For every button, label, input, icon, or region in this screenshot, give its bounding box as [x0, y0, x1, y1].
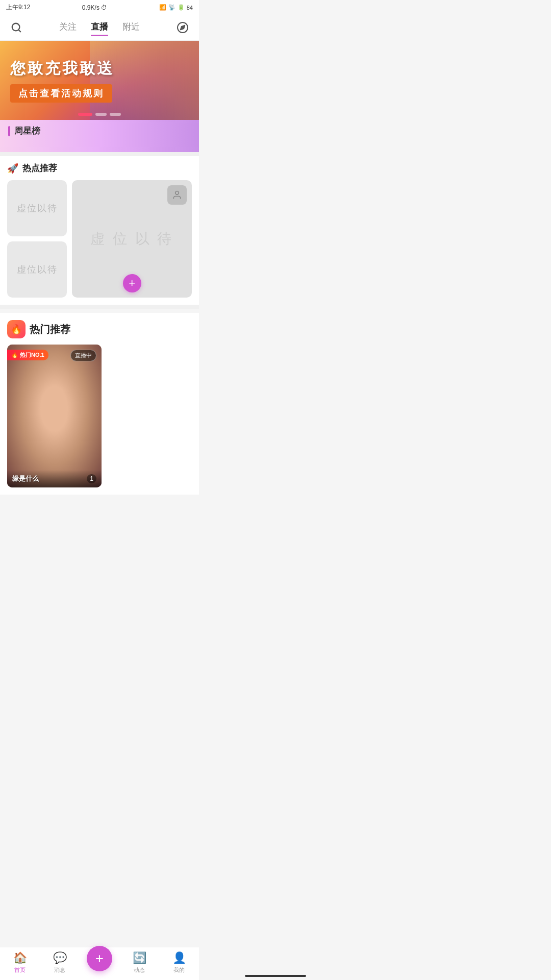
svg-marker-3	[181, 26, 185, 30]
dot-1	[78, 113, 92, 116]
stream-thumbnail: 🔥 热门NO.1 直播中 缘是什么 1	[7, 345, 102, 487]
avatar-icon	[167, 185, 187, 205]
promo-banner[interactable]: 您敢充我敢送 点击查看活动规则	[0, 41, 199, 120]
stream-face-bg	[7, 345, 102, 487]
placeholder-2: 虚位以待	[17, 263, 58, 276]
status-network: 0.9K/s ⏱	[82, 4, 107, 11]
stream-viewers: 1	[87, 474, 96, 483]
svg-point-4	[176, 191, 179, 195]
weekly-star-bar	[8, 126, 10, 136]
dot-3	[110, 113, 121, 116]
stream-name: 缘是什么	[12, 474, 39, 483]
fire-icon: 🔥	[11, 352, 18, 358]
section-divider-1	[0, 152, 199, 156]
placeholder-1: 虚位以待	[17, 202, 58, 214]
nav-live[interactable]: 直播	[91, 19, 108, 36]
hot-recommend-grid: 虚位以待 虚位以待 虚 位 以 待 +	[7, 180, 192, 298]
popular-title: 热门推荐	[30, 323, 70, 336]
status-bar: 上午9:12 0.9K/s ⏱ 📶 📡 🔋 84	[0, 0, 199, 15]
weekly-star-section: 周星榜	[0, 120, 199, 152]
header: 关注 直播 附近	[0, 15, 199, 41]
stream-info: 缘是什么 1	[7, 470, 102, 487]
hot-recommend-header: 🚀 热点推荐	[7, 162, 192, 174]
placeholder-large: 虚 位 以 待	[90, 229, 173, 249]
battery-icon: 🔋	[178, 4, 185, 11]
banner-bg	[90, 41, 199, 120]
signal-icon: 📶	[159, 4, 166, 11]
hot-card-1[interactable]: 虚位以待	[7, 180, 67, 236]
compass-button[interactable]	[174, 19, 191, 36]
stream-live-badge: 直播中	[70, 350, 96, 361]
banner-cta[interactable]: 点击查看活动规则	[10, 84, 112, 103]
nav-follow[interactable]: 关注	[59, 19, 77, 36]
status-time: 上午9:12	[6, 3, 30, 12]
banner-subtitle: 点击查看活动规则	[18, 88, 104, 99]
battery-level: 84	[187, 5, 193, 11]
weekly-star-title: 周星榜	[14, 125, 40, 137]
hot-card-2[interactable]: 虚位以待	[7, 241, 67, 298]
hot-recommend-section: 🚀 热点推荐 虚位以待 虚位以待 虚 位 以 待	[0, 156, 199, 305]
search-button[interactable]	[8, 19, 24, 36]
dot-2	[95, 113, 107, 116]
hot-recommend-title: 热点推荐	[22, 162, 57, 174]
svg-line-1	[18, 30, 20, 32]
hot-popular-section: 🔥 热门推荐 🔥 热门NO.1 直播中 缘是什么 1	[0, 313, 199, 495]
section-divider-2	[0, 305, 199, 309]
stream-hot-badge: 🔥 热门NO.1	[7, 350, 48, 360]
rocket-icon: 🚀	[7, 163, 18, 174]
status-icons: 📶 📡 🔋 84	[159, 4, 193, 11]
nav-nearby[interactable]: 附近	[122, 19, 140, 36]
popular-header: 🔥 热门推荐	[7, 320, 192, 338]
flame-icon: 🔥	[7, 320, 26, 338]
banner-indicators	[78, 113, 121, 116]
stream-card-1[interactable]: 🔥 热门NO.1 直播中 缘是什么 1	[7, 345, 102, 487]
add-placeholder-button[interactable]: +	[123, 274, 141, 292]
banner-title: 您敢充我敢送	[10, 58, 114, 79]
hot-left-column: 虚位以待 虚位以待	[7, 180, 67, 298]
wifi-icon: 📡	[168, 4, 176, 11]
hot-card-large[interactable]: 虚 位 以 待 +	[72, 180, 192, 298]
main-nav: 关注 直播 附近	[24, 19, 174, 36]
